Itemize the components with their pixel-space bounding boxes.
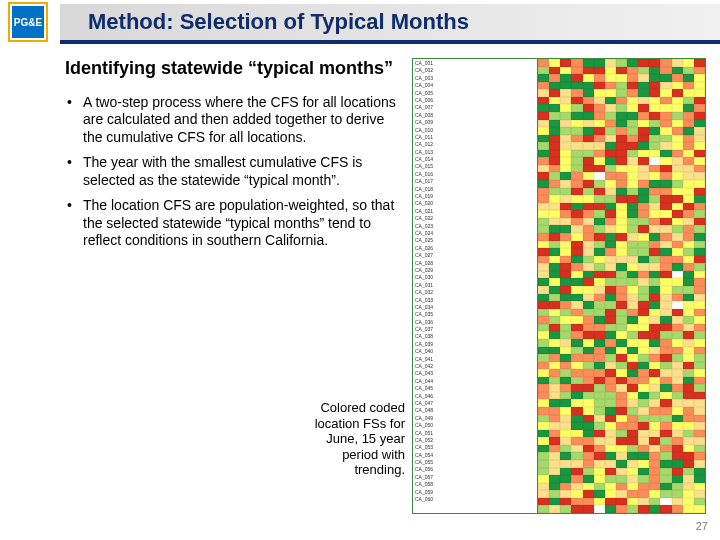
heatmap-cell: [560, 384, 571, 392]
heatmap-cell: [571, 97, 582, 105]
heatmap-cell: [583, 339, 594, 347]
heatmap-cell: [694, 362, 705, 370]
heatmap-cell: [594, 104, 605, 112]
heatmap-cell: [594, 445, 605, 453]
heatmap-cell: [538, 203, 549, 211]
heatmap-cell: [694, 369, 705, 377]
heatmap-cell: [638, 483, 649, 491]
heatmap-cell: [560, 195, 571, 203]
heatmap-cell: [683, 218, 694, 226]
heatmap-cell: [649, 188, 660, 196]
heatmap-cell: [560, 59, 571, 67]
heatmap-cell: [672, 339, 683, 347]
heatmap-cell: [627, 399, 638, 407]
heatmap-row-label: CA_018: [415, 187, 535, 194]
heatmap-cell: [605, 127, 616, 135]
heatmap-cell: [660, 309, 671, 317]
heatmap-cell: [683, 195, 694, 203]
heatmap-cell: [672, 286, 683, 294]
heatmap-cell: [616, 263, 627, 271]
heatmap-cell: [549, 505, 560, 513]
heatmap-cell: [616, 437, 627, 445]
heatmap-cell: [672, 74, 683, 82]
heatmap-cell: [583, 483, 594, 491]
heatmap-cell: [649, 248, 660, 256]
heatmap-cell: [638, 142, 649, 150]
heatmap-cell: [571, 180, 582, 188]
heatmap-cell: [683, 241, 694, 249]
heatmap-row-label: CA_031: [415, 283, 535, 290]
heatmap-cell: [549, 120, 560, 128]
heatmap-cell: [683, 150, 694, 158]
heatmap-cell: [605, 271, 616, 279]
heatmap-cell: [594, 483, 605, 491]
heatmap-cell: [616, 172, 627, 180]
heatmap-cell: [649, 203, 660, 211]
heatmap-cell: [605, 362, 616, 370]
heatmap-cell: [538, 157, 549, 165]
heatmap-figure: CA_001CA_002CA_003CA_004CA_005CA_006CA_0…: [412, 58, 706, 514]
heatmap-cell: [605, 135, 616, 143]
heatmap-cell: [672, 67, 683, 75]
heatmap-cell: [605, 505, 616, 513]
heatmap-cell: [538, 195, 549, 203]
heatmap-cell: [694, 324, 705, 332]
heatmap-cell: [583, 248, 594, 256]
heatmap-cell: [627, 339, 638, 347]
bullet-item: The year with the smallest cumulative CF…: [65, 154, 405, 189]
heatmap-cell: [549, 384, 560, 392]
title-underline: [60, 40, 720, 44]
heatmap-cell: [594, 218, 605, 226]
heatmap-cell: [627, 97, 638, 105]
heatmap-cell: [694, 195, 705, 203]
heatmap-row-label: CA_011: [415, 135, 535, 142]
heatmap-cell: [594, 392, 605, 400]
heatmap-cell: [638, 331, 649, 339]
heatmap-row-label: CA_045: [415, 386, 535, 393]
heatmap-row-label: CA_044: [415, 379, 535, 386]
heatmap-cell: [594, 309, 605, 317]
heatmap-cell: [649, 316, 660, 324]
heatmap-cell: [594, 142, 605, 150]
heatmap-cell: [583, 468, 594, 476]
heatmap-cell: [549, 377, 560, 385]
heatmap-cell: [605, 89, 616, 97]
heatmap-cell: [538, 407, 549, 415]
heatmap-cell: [594, 203, 605, 211]
heatmap-cell: [560, 210, 571, 218]
heatmap-cell: [583, 157, 594, 165]
heatmap-cell: [549, 452, 560, 460]
heatmap-cell: [672, 97, 683, 105]
heatmap-cell: [571, 112, 582, 120]
heatmap-cell: [672, 89, 683, 97]
bullet-list: A two-step process where the CFS for all…: [65, 94, 405, 250]
heatmap-cell: [594, 369, 605, 377]
heatmap-cell: [583, 120, 594, 128]
heatmap-cell: [583, 422, 594, 430]
heatmap-row-label: CA_052: [415, 438, 535, 445]
heatmap-cell: [605, 263, 616, 271]
heatmap-cell: [594, 460, 605, 468]
heatmap-cell: [594, 498, 605, 506]
heatmap-cell: [538, 316, 549, 324]
heatmap-cell: [649, 225, 660, 233]
heatmap-cell: [660, 399, 671, 407]
heatmap-cell: [672, 490, 683, 498]
heatmap-cell: [649, 127, 660, 135]
heatmap-cell: [627, 369, 638, 377]
heatmap-cell: [694, 347, 705, 355]
heatmap-cell: [616, 180, 627, 188]
heatmap-cell: [594, 112, 605, 120]
heatmap-cell: [627, 120, 638, 128]
heatmap-cell: [627, 415, 638, 423]
heatmap-cell: [583, 278, 594, 286]
heatmap-cell: [694, 142, 705, 150]
heatmap-cell: [638, 180, 649, 188]
heatmap-cell: [683, 225, 694, 233]
heatmap-cell: [571, 407, 582, 415]
heatmap-cell: [538, 82, 549, 90]
heatmap-cell: [627, 460, 638, 468]
heatmap-cell: [683, 233, 694, 241]
heatmap-row-label: CA_010: [415, 128, 535, 135]
heatmap-cell: [571, 82, 582, 90]
